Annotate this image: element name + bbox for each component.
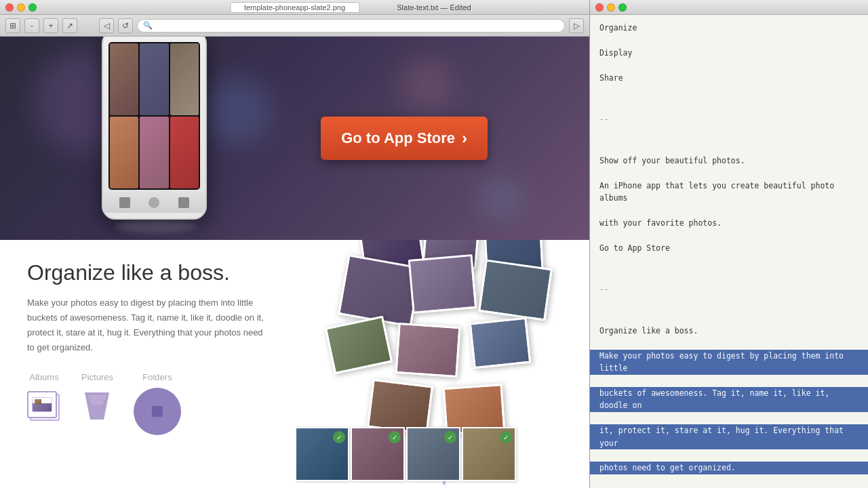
- phone-photo-3: [170, 43, 199, 115]
- checkmark-2: ✓: [389, 431, 401, 443]
- app-hero-section: Go to App Store ›: [0, 37, 589, 240]
- zoom-in-button[interactable]: +: [43, 18, 58, 33]
- cta-label: Go to App Store: [341, 129, 455, 147]
- editor-traffic-lights: [595, 3, 627, 12]
- phone-photo-5: [140, 117, 168, 188]
- back-button[interactable]: ◁: [99, 18, 114, 33]
- editor-minimize-button[interactable]: [607, 3, 615, 12]
- editor-close-button[interactable]: [595, 3, 604, 12]
- refresh-button[interactable]: ↺: [118, 18, 133, 33]
- category-folders: Folders: [134, 372, 181, 435]
- cta-app-store-button[interactable]: Go to App Store ›: [321, 117, 488, 160]
- zoom-out-button[interactable]: -: [24, 18, 39, 33]
- phone-home-bar: [103, 213, 205, 218]
- strip-photo-3: ✓: [406, 427, 460, 481]
- browser-maximize-button[interactable]: [28, 3, 37, 12]
- folders-icon-inner: [152, 406, 163, 417]
- phone-photo-6: [170, 117, 199, 188]
- pictures-label: Pictures: [81, 372, 113, 382]
- phone-screen: [108, 42, 200, 190]
- category-albums: Albums: [27, 372, 61, 422]
- grid-view-button[interactable]: ⊞: [5, 18, 20, 33]
- strip-photo-4: ✓: [462, 427, 516, 481]
- scatter-photo-10: [366, 379, 433, 434]
- scatter-photo-9: [469, 317, 531, 369]
- editor-maximize-button[interactable]: [618, 3, 627, 12]
- content-left: Organize like a boss. Make your photos e…: [0, 240, 295, 488]
- bokeh-4: [481, 179, 521, 220]
- phone-icon-3: [178, 197, 189, 208]
- search-bar[interactable]: 🔍: [137, 19, 565, 33]
- strip-photo-2: ✓: [351, 427, 405, 481]
- content-right: ✓ ✓ ✓ ✓: [295, 240, 590, 488]
- forward-button[interactable]: ▷: [569, 18, 584, 33]
- category-icons: Albums Pict: [27, 372, 268, 435]
- checkmark-1: ✓: [333, 431, 345, 443]
- scatter-photo-7: [324, 316, 393, 375]
- editor-filename: Slate-text.txt — Edited: [397, 3, 471, 12]
- albums-label: Albums: [29, 372, 58, 382]
- phone-photo-4: [110, 117, 138, 188]
- browser-address-bar[interactable]: template-phoneapp-slate2.png: [230, 2, 359, 13]
- scatter-photo-6: [478, 259, 553, 321]
- strip-photo-1: ✓: [295, 427, 349, 481]
- organize-description: Make your photos easy to digest by placi…: [27, 296, 268, 355]
- text-editor-panel: Slate-text.txt — Edited OrganizeDisplayS…: [590, 0, 868, 488]
- editor-titlebar: Slate-text.txt — Edited: [590, 0, 868, 15]
- folders-label: Folders: [142, 372, 172, 382]
- share-button[interactable]: ↗: [62, 18, 77, 33]
- browser-content: Go to App Store › Organize like a boss. …: [0, 37, 589, 488]
- browser-minimize-button[interactable]: [17, 3, 25, 12]
- pictures-icon: [82, 391, 112, 421]
- phone-photo-2: [140, 43, 168, 115]
- phone-body: [102, 37, 207, 220]
- phone-bottom-bar: [103, 192, 205, 213]
- organize-title: Organize like a boss.: [27, 260, 268, 285]
- search-icon: 🔍: [143, 21, 153, 30]
- albums-icon: [27, 391, 61, 422]
- bokeh-2: [203, 77, 271, 145]
- checkmark-4: ✓: [500, 431, 512, 443]
- browser-titlebar: template-phoneapp-slate2.png: [0, 0, 589, 15]
- browser-close-button[interactable]: [5, 3, 14, 12]
- editor-body[interactable]: OrganizeDisplayShare -- Show off your be…: [590, 15, 868, 488]
- photo-strip: ✓ ✓ ✓ ✓: [295, 427, 590, 481]
- folders-icon: [134, 388, 181, 435]
- category-pictures: Pictures: [81, 372, 113, 421]
- scatter-photo-8: [395, 323, 460, 378]
- checkmark-3: ✓: [444, 431, 456, 443]
- browser-traffic-lights: [5, 3, 37, 12]
- browser-panel: template-phoneapp-slate2.png ⊞ - + ↗ ◁ ↺…: [0, 0, 590, 488]
- phone-icon-1: [119, 197, 130, 208]
- phone-shadow: [115, 220, 197, 233]
- phone-photo-1: [110, 43, 138, 115]
- scatter-photo-5: [408, 254, 477, 314]
- app-content-section: Organize like a boss. Make your photos e…: [0, 240, 589, 488]
- phone-mockup: [102, 37, 210, 226]
- bokeh-3: [399, 57, 454, 111]
- cta-arrow-icon: ›: [462, 129, 467, 148]
- scattered-photos: [309, 240, 566, 436]
- browser-toolbar: ⊞ - + ↗ ◁ ↺ 🔍 ▷: [0, 15, 589, 37]
- phone-icon-2: [149, 197, 159, 208]
